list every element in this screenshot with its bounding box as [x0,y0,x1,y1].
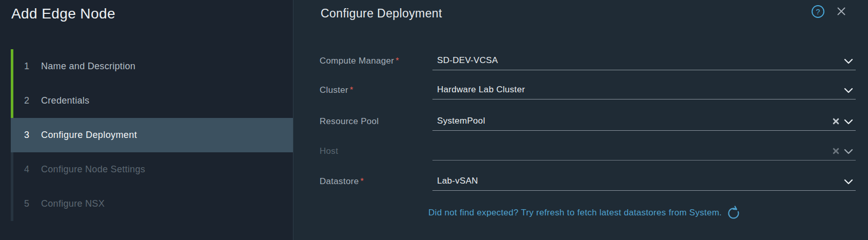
dropdown-value: SD-DEV-VCSA [432,56,844,70]
field-row-host: Host [320,138,856,161]
required-asterisk: * [396,56,399,65]
host-dropdown[interactable] [432,147,856,161]
chevron-down-icon[interactable] [844,57,853,66]
step-number: 5 [24,198,41,209]
step-credentials[interactable]: 2 Credentials [11,84,293,118]
step-number: 1 [24,61,41,72]
help-icon[interactable]: ? [812,5,824,18]
wizard-steps: 1 Name and Description 2 Credentials 3 C… [0,49,293,221]
step-number: 3 [24,130,41,141]
step-number: 4 [24,164,41,175]
required-asterisk: * [350,86,353,94]
step-label: Configure NSX [41,198,105,209]
hint-text: Did not find expected? Try refresh to fe… [428,208,722,218]
step-configure-node-settings[interactable]: 4 Configure Node Settings [11,152,293,187]
clear-icon [833,147,839,156]
step-progress-bar [11,118,13,152]
field-label: Resource Pool [320,117,432,131]
field-row-compute-manager: Compute Manager* SD-DEV-VCSA [320,48,856,70]
clear-icon[interactable] [833,117,839,127]
dropdown-value [432,155,833,160]
step-label: Credentials [41,95,89,106]
close-icon[interactable] [836,6,846,16]
chevron-down-icon[interactable] [844,117,853,127]
cluster-dropdown[interactable]: Hardware Lab Cluster [432,85,856,99]
step-progress-bar [11,187,13,221]
refresh-icon[interactable] [727,206,740,220]
configure-deployment-panel: Configure Deployment ? Compute Manager* … [294,0,868,240]
dialog-title: Add Edge Node [11,6,115,22]
step-configure-deployment[interactable]: 3 Configure Deployment [11,118,293,152]
resource-pool-dropdown[interactable]: SystemPool [432,116,856,131]
step-progress-bar [11,152,13,187]
field-row-resource-pool: Resource Pool SystemPool [320,108,856,131]
step-label: Configure Deployment [41,130,137,141]
step-label: Configure Node Settings [41,164,145,175]
add-edge-node-dialog: Add Edge Node 1 Name and Description 2 C… [0,0,868,240]
datastore-dropdown[interactable]: Lab-vSAN [432,176,856,191]
step-configure-nsx[interactable]: 5 Configure NSX [11,187,293,221]
chevron-down-icon[interactable] [844,86,853,95]
step-name-and-description[interactable]: 1 Name and Description [11,49,293,84]
dropdown-value: Hardware Lab Cluster [432,85,844,99]
field-label: Host [320,147,432,161]
dropdown-value: SystemPool [432,116,833,130]
chevron-down-icon [844,147,853,156]
required-asterisk: * [360,177,364,186]
panel-title: Configure Deployment [321,7,442,21]
field-row-cluster: Cluster* Hardware Lab Cluster [320,77,856,99]
field-label: Cluster* [320,86,432,99]
chevron-down-icon[interactable] [844,177,853,187]
compute-manager-dropdown[interactable]: SD-DEV-VCSA [432,56,856,70]
field-label: Datastore* [320,177,432,191]
wizard-sidebar: Add Edge Node 1 Name and Description 2 C… [0,0,293,240]
step-label: Name and Description [41,61,135,72]
dropdown-value: Lab-vSAN [432,176,844,190]
datastore-refresh-hint: Did not find expected? Try refresh to fe… [428,206,740,220]
step-number: 2 [24,95,41,106]
step-progress-bar [11,84,13,118]
step-progress-bar [11,49,13,84]
field-row-datastore: Datastore* Lab-vSAN [320,168,856,191]
field-label: Compute Manager* [320,56,432,70]
